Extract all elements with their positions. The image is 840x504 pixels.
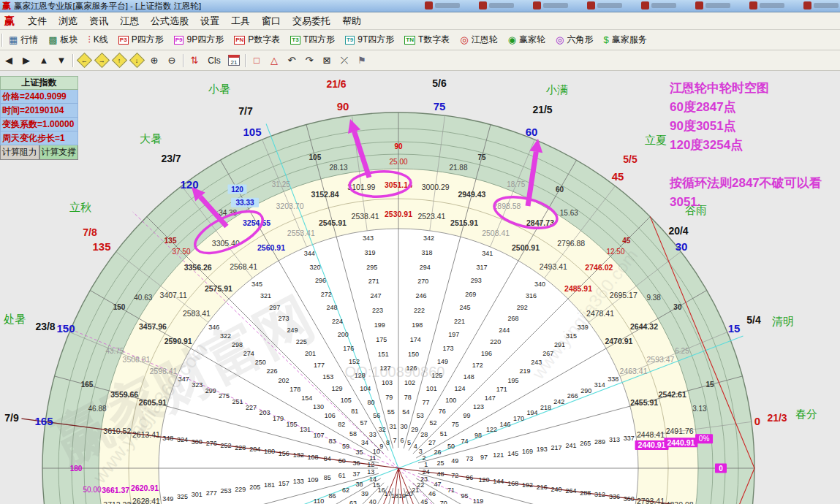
toolbar-button-T数字表[interactable]: TNT数字表 bbox=[399, 32, 455, 48]
svg-text:265: 265 bbox=[580, 440, 591, 447]
menu-item-1[interactable]: 浏览 bbox=[53, 13, 83, 29]
svg-text:3661.37: 3661.37 bbox=[102, 486, 129, 495]
toolbar-button-江恩轮[interactable]: ◎江恩轮 bbox=[455, 32, 502, 48]
svg-text:22: 22 bbox=[417, 481, 424, 489]
svg-text:194: 194 bbox=[526, 409, 537, 416]
svg-text:319: 319 bbox=[365, 249, 376, 256]
svg-text:3356.26: 3356.26 bbox=[184, 263, 212, 272]
svg-text:5/4: 5/4 bbox=[746, 314, 761, 326]
svg-text:268: 268 bbox=[508, 315, 519, 322]
svg-text:293: 293 bbox=[471, 277, 482, 284]
svg-text:46.88: 46.88 bbox=[88, 405, 107, 413]
menu-item-2[interactable]: 资讯 bbox=[83, 13, 114, 29]
svg-text:123: 123 bbox=[473, 403, 484, 411]
toolbar-button-P四方形[interactable]: P3P四方形 bbox=[113, 32, 169, 48]
toolbar-button-9T四方形[interactable]: T99T四方形 bbox=[340, 32, 399, 48]
svg-text:179: 179 bbox=[273, 415, 284, 422]
svg-text:3610.52: 3610.52 bbox=[103, 427, 131, 435]
quotes-grid-icon: ▦ bbox=[9, 35, 18, 45]
menu-item-9[interactable]: 帮助 bbox=[336, 13, 367, 29]
toolbar-button-label: 六角形 bbox=[567, 34, 593, 46]
taskbar-shortcut-icon bbox=[749, 1, 784, 9]
svg-text:301: 301 bbox=[192, 491, 203, 498]
calc-support-button[interactable]: 计算支撑 bbox=[39, 145, 79, 160]
toolbar-button-label: 赢家轮 bbox=[519, 34, 545, 46]
toolbar-button-赢家服务[interactable]: $赢家服务 bbox=[598, 32, 651, 48]
svg-text:274: 274 bbox=[243, 350, 254, 357]
svg-text:108: 108 bbox=[307, 454, 318, 461]
svg-text:345: 345 bbox=[251, 280, 262, 288]
arrow-right-icon[interactable]: ▶ bbox=[18, 53, 35, 69]
toolbar-button-label: K线 bbox=[94, 34, 108, 46]
triangle-tool-icon[interactable]: △ bbox=[265, 53, 283, 69]
zoom-out-icon[interactable]: ⊖ bbox=[163, 53, 181, 69]
zoom-in-icon[interactable]: ⊕ bbox=[145, 53, 163, 69]
menu-item-0[interactable]: 文件 bbox=[22, 13, 53, 29]
svg-text:343: 343 bbox=[363, 234, 374, 242]
t-square-icon: T3 bbox=[290, 36, 300, 45]
svg-text:2644.32: 2644.32 bbox=[630, 322, 658, 331]
diamond-down-icon[interactable]: ↓ bbox=[128, 53, 145, 69]
toolbar-button-赢家轮[interactable]: ◉赢家轮 bbox=[503, 32, 550, 48]
calc-resistance-button[interactable]: 计算阻力 bbox=[0, 145, 39, 160]
diamond-right-icon[interactable]: → bbox=[93, 53, 110, 69]
svg-text:40.63: 40.63 bbox=[134, 294, 152, 302]
svg-text:195: 195 bbox=[508, 377, 519, 384]
arrow-up-icon[interactable]: ▲ bbox=[35, 53, 53, 69]
svg-text:70: 70 bbox=[440, 500, 447, 504]
svg-text:30: 30 bbox=[673, 303, 682, 311]
shrink-icon[interactable]: ⤫ bbox=[336, 53, 353, 69]
svg-text:120: 120 bbox=[180, 178, 198, 191]
svg-text:56: 56 bbox=[373, 412, 380, 419]
svg-text:54: 54 bbox=[402, 408, 409, 416]
menu-item-6[interactable]: 工具 bbox=[225, 13, 256, 29]
toolbar-button-行情[interactable]: ▦行情 bbox=[4, 32, 43, 48]
pin-icon[interactable]: ⚑ bbox=[353, 53, 371, 69]
instrument-title: 上证指数 bbox=[0, 76, 78, 90]
toolbar-button-P数字表[interactable]: PNP数字表 bbox=[229, 32, 285, 48]
toolbar-separator bbox=[245, 54, 246, 67]
rotate-cw-icon[interactable]: ↷ bbox=[300, 53, 318, 69]
svg-text:145: 145 bbox=[507, 450, 518, 457]
svg-text:99: 99 bbox=[463, 412, 471, 419]
expand-icon[interactable]: ⊠ bbox=[318, 53, 336, 69]
svg-text:290: 290 bbox=[580, 387, 591, 394]
svg-text:15.63: 15.63 bbox=[560, 209, 578, 217]
toolbar-button-板块[interactable]: ▩板块 bbox=[43, 32, 83, 48]
menu-item-4[interactable]: 公式选股 bbox=[145, 13, 194, 29]
svg-text:2542.61: 2542.61 bbox=[659, 390, 686, 399]
toolbar-button-T四方形[interactable]: T3T四方形 bbox=[285, 32, 340, 48]
toolbar-button-9P四方形[interactable]: P99P四方形 bbox=[169, 32, 229, 48]
diamond-up-icon[interactable]: ↑ bbox=[110, 53, 128, 69]
diamond-left-icon[interactable]: ← bbox=[75, 53, 93, 69]
svg-text:151: 151 bbox=[378, 351, 389, 358]
arrow-down-icon[interactable]: ▼ bbox=[53, 53, 70, 69]
arrow-left-icon[interactable]: ◀ bbox=[0, 53, 18, 69]
svg-text:73: 73 bbox=[466, 455, 473, 462]
menu-bar: 赢 文件浏览资讯江恩公式选股设置工具窗口交易委托帮助 bbox=[0, 12, 840, 30]
svg-text:119: 119 bbox=[473, 497, 483, 504]
svg-text:2538.41: 2538.41 bbox=[352, 212, 379, 221]
svg-text:48: 48 bbox=[436, 470, 444, 478]
calendar-icon[interactable]: 21 bbox=[225, 53, 243, 69]
toolbar-button-K线[interactable]: ⫶K线 bbox=[83, 32, 113, 48]
menu-item-7[interactable]: 窗口 bbox=[256, 13, 287, 29]
menu-item-3[interactable]: 江恩 bbox=[114, 13, 145, 29]
toolbar-button-六角形[interactable]: ◎六角形 bbox=[550, 32, 598, 48]
svg-text:62: 62 bbox=[342, 486, 349, 494]
toolbar-button-label: 9T四方形 bbox=[357, 34, 394, 46]
svg-text:25.00: 25.00 bbox=[389, 158, 407, 166]
svg-text:193: 193 bbox=[537, 446, 548, 453]
menu-item-8[interactable]: 交易委托 bbox=[287, 13, 336, 29]
svg-text:135: 135 bbox=[164, 237, 177, 245]
svg-text:180: 180 bbox=[70, 465, 83, 473]
svg-text:110: 110 bbox=[314, 497, 324, 504]
updown-icon[interactable]: ⇅ bbox=[186, 53, 203, 69]
rotate-ccw-icon[interactable]: ↶ bbox=[283, 53, 300, 69]
menu-item-5[interactable]: 设置 bbox=[194, 13, 225, 29]
cls-button[interactable]: Cls bbox=[203, 53, 225, 69]
svg-text:152: 152 bbox=[349, 358, 360, 365]
square-tool-icon[interactable]: □ bbox=[248, 53, 265, 69]
svg-text:46: 46 bbox=[428, 490, 436, 497]
svg-text:23: 23 bbox=[420, 476, 428, 483]
